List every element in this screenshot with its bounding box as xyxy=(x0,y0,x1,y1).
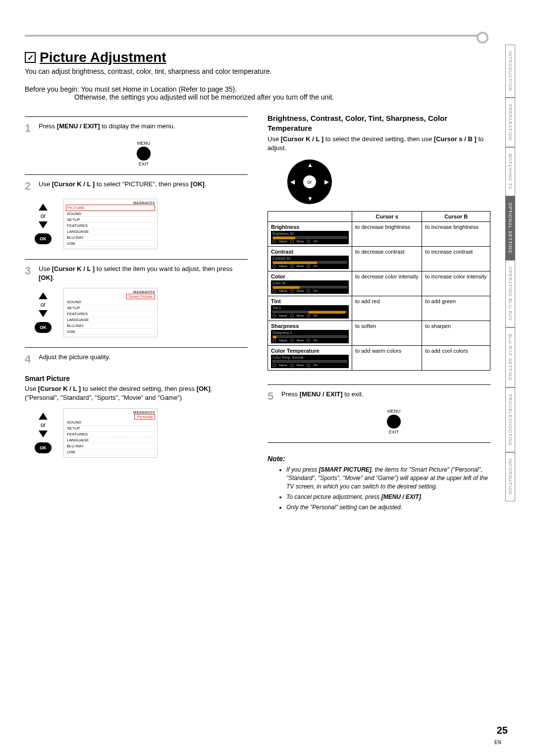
top-rule xyxy=(25,35,485,37)
nav-cluster-1: or OK MAGNAVOX PICTURE SOUND SETUP FEATU… xyxy=(35,199,248,249)
tab-optional-setting[interactable]: OPTIONAL SETTING xyxy=(505,196,515,260)
step-number: 2 xyxy=(25,180,35,193)
tab-watching-tv[interactable]: WATCHING TV xyxy=(505,147,515,196)
step-text: Adjust the picture quality. xyxy=(39,353,248,366)
step-number: 1 xyxy=(25,122,35,135)
checkbox-icon: ✓ xyxy=(25,52,36,63)
smart-picture-text: Use [Cursor K / L ] to select the desire… xyxy=(25,384,248,402)
tab-introduction[interactable]: INTRODUCTION xyxy=(505,45,515,98)
left-column: 1 Press [MENU / EXIT] to display the mai… xyxy=(25,113,248,513)
step-number: 5 xyxy=(268,390,277,403)
step-number: 4 xyxy=(25,353,35,366)
cursor-up-icon xyxy=(39,204,48,211)
menu-exit-button-icon: MENUEXIT xyxy=(297,409,490,434)
step-text: Use [Cursor K / L ] to select "PICTURE",… xyxy=(39,180,248,193)
nav-cluster-3: orOK MAGNAVOX Personal SOUND SETUP FEATU… xyxy=(35,408,248,458)
tab-preparation[interactable]: PREPARATION xyxy=(505,98,515,147)
tab-troubleshooting[interactable]: TROUBLESHOOTING xyxy=(505,387,515,453)
side-tabs: INTRODUCTION PREPARATION WATCHING TV OPT… xyxy=(505,45,515,501)
nav-cluster-2: orOK MAGNAVOX Smart Picture SOUND SETUP … xyxy=(35,288,248,337)
before-body: Otherwise, the settings you adjusted wil… xyxy=(74,93,520,102)
osd-menu-2: MAGNAVOX Smart Picture SOUND SETUP FEATU… xyxy=(63,288,158,337)
before-label: Before you begin: You must set Home in L… xyxy=(25,85,520,93)
page-title: ✓ Picture Adjustment xyxy=(25,50,520,65)
tab-operating-bluray[interactable]: OPERATING BLU-RAY xyxy=(505,260,515,327)
note-block: Note: If you press [SMART PICTURE], the … xyxy=(268,455,490,511)
step-number: 3 xyxy=(25,265,35,282)
step-text: Press [MENU / EXIT] to display the main … xyxy=(39,122,248,135)
lang-code: EN xyxy=(494,740,501,745)
intro-text: You can adjust brightness, contrast, col… xyxy=(25,67,272,76)
right-column: Brightness, Contrast, Color, Tint, Sharp… xyxy=(268,113,520,513)
osd-menu-1: MAGNAVOX PICTURE SOUND SETUP FEATURES LA… xyxy=(63,199,158,249)
step-text: Press [MENU / EXIT] to exit. xyxy=(281,390,490,403)
cursor-down-icon xyxy=(39,221,48,228)
osd-menu-3: MAGNAVOX Personal SOUND SETUP FEATURES L… xyxy=(63,408,158,458)
tab-information[interactable]: INFORMATION xyxy=(505,452,515,501)
ok-button-icon: OK xyxy=(35,233,52,244)
nav-circle-icon: or ▲▼◀▶ xyxy=(287,160,332,204)
right-heading: Brightness, Contrast, Color, Tint, Sharp… xyxy=(268,113,490,133)
tab-bluray-setting[interactable]: BLU-RAY SETTING xyxy=(505,327,515,387)
step-text: Use [Cursor K / L ] to select the item y… xyxy=(39,265,248,282)
menu-exit-button-icon: MENUEXIT xyxy=(40,141,248,166)
or-label: or xyxy=(41,213,46,219)
smart-picture-heading: Smart Picture xyxy=(25,375,248,382)
page-number: 25 xyxy=(497,725,508,736)
adjustment-table: Cursor sCursor B Brightness Brightness 3… xyxy=(268,211,490,371)
